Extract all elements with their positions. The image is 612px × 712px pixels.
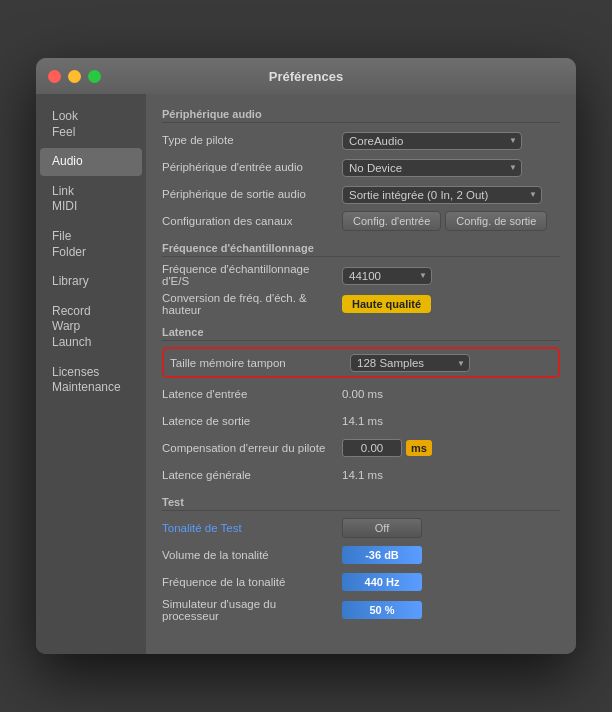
btn-input-config[interactable]: Config. d'entrée — [342, 211, 441, 231]
value-input-latency: 0.00 ms — [342, 388, 383, 400]
btn-test-tone-off[interactable]: Off — [342, 518, 422, 538]
ms-badge: ms — [406, 440, 432, 456]
label-output-latency: Latence de sortie — [162, 415, 342, 427]
section-header-latency: Latence — [162, 326, 560, 341]
section-header-audio-peripheral: Périphérique audio — [162, 108, 560, 123]
maximize-button[interactable] — [88, 70, 101, 83]
row-error-compensation: Compensation d'erreur du pilote ms — [162, 437, 560, 459]
select-wrapper-input-device: No Device — [342, 158, 522, 177]
sidebar-item-audio[interactable]: Audio — [40, 148, 142, 176]
row-input-latency: Latence d'entrée 0.00 ms — [162, 383, 560, 405]
select-wrapper-output-device: Sortie intégrée (0 In, 2 Out) — [342, 185, 542, 204]
row-output-device: Périphérique de sortie audio Sortie inté… — [162, 183, 560, 205]
label-channel-config: Configuration des canaux — [162, 215, 342, 227]
select-wrapper-sample-rate: 44100 — [342, 266, 432, 285]
row-input-device: Périphérique d'entrée audio No Device — [162, 156, 560, 178]
section-header-sampling: Fréquence d'échantillonnage — [162, 242, 560, 257]
select-driver-type[interactable]: CoreAudio — [342, 132, 522, 150]
label-conversion: Conversion de fréq. d'éch. & hauteur — [162, 292, 342, 316]
value-output-latency: 14.1 ms — [342, 415, 383, 427]
label-error-compensation: Compensation d'erreur du pilote — [162, 442, 342, 454]
label-buffer-size: Taille mémoire tampon — [170, 357, 350, 369]
row-output-latency: Latence de sortie 14.1 ms — [162, 410, 560, 432]
label-tone-volume: Volume de la tonalité — [162, 549, 342, 561]
bar-cpu-simulator[interactable]: 50 % — [342, 601, 422, 619]
label-input-latency: Latence d'entrée — [162, 388, 342, 400]
label-general-latency: Latence générale — [162, 469, 342, 481]
label-sample-rate: Fréquence d'échantillonnage d'E/S — [162, 263, 342, 287]
titlebar: Préférences — [36, 58, 576, 94]
row-sample-rate: Fréquence d'échantillonnage d'E/S 44100 — [162, 263, 560, 287]
row-test-tone: Tonalité de Test Off — [162, 517, 560, 539]
row-tone-volume: Volume de la tonalité -36 dB — [162, 544, 560, 566]
row-buffer-size: Taille mémoire tampon 128 Samples — [162, 347, 560, 378]
select-sample-rate[interactable]: 44100 — [342, 267, 432, 285]
select-input-device[interactable]: No Device — [342, 159, 522, 177]
window-content: LookFeel Audio LinkMIDI FileFolder Libra… — [36, 94, 576, 654]
row-general-latency: Latence générale 14.1 ms — [162, 464, 560, 486]
label-output-device: Périphérique de sortie audio — [162, 188, 342, 200]
label-tone-frequency: Fréquence de la tonalité — [162, 576, 342, 588]
sidebar-item-link-midi[interactable]: LinkMIDI — [40, 178, 142, 221]
sidebar-item-record-warp-launch[interactable]: RecordWarpLaunch — [40, 298, 142, 357]
btn-output-config[interactable]: Config. de sortie — [445, 211, 547, 231]
traffic-lights — [48, 70, 101, 83]
row-cpu-simulator: Simulateur d'usage du processeur 50 % — [162, 598, 560, 622]
minimize-button[interactable] — [68, 70, 81, 83]
label-test-tone: Tonalité de Test — [162, 522, 342, 534]
main-content: Périphérique audio Type de pilote CoreAu… — [146, 94, 576, 654]
row-conversion: Conversion de fréq. d'éch. & hauteur Hau… — [162, 292, 560, 316]
select-wrapper-buffer-size: 128 Samples — [350, 353, 470, 372]
select-output-device[interactable]: Sortie intégrée (0 In, 2 Out) — [342, 186, 542, 204]
bar-tone-volume[interactable]: -36 dB — [342, 546, 422, 564]
section-header-test: Test — [162, 496, 560, 511]
select-wrapper-driver-type: CoreAudio — [342, 131, 522, 150]
label-cpu-simulator: Simulateur d'usage du processeur — [162, 598, 342, 622]
window-title: Préférences — [269, 69, 343, 84]
label-input-device: Périphérique d'entrée audio — [162, 161, 342, 173]
row-channel-config: Configuration des canaux Config. d'entré… — [162, 210, 560, 232]
close-button[interactable] — [48, 70, 61, 83]
sidebar-item-licenses-maintenance[interactable]: LicensesMaintenance — [40, 359, 142, 402]
value-general-latency: 14.1 ms — [342, 469, 383, 481]
select-buffer-size[interactable]: 128 Samples — [350, 354, 470, 372]
label-driver-type: Type de pilote — [162, 134, 342, 146]
input-error-compensation[interactable] — [342, 439, 402, 457]
sidebar-item-file-folder[interactable]: FileFolder — [40, 223, 142, 266]
row-tone-frequency: Fréquence de la tonalité 440 Hz — [162, 571, 560, 593]
bar-tone-frequency[interactable]: 440 Hz — [342, 573, 422, 591]
preferences-window: Préférences LookFeel Audio LinkMIDI File… — [36, 58, 576, 654]
row-driver-type: Type de pilote CoreAudio — [162, 129, 560, 151]
sidebar-item-library[interactable]: Library — [40, 268, 142, 296]
sidebar-item-look-feel[interactable]: LookFeel — [40, 103, 142, 146]
btn-high-quality[interactable]: Haute qualité — [342, 295, 431, 313]
sidebar: LookFeel Audio LinkMIDI FileFolder Libra… — [36, 94, 146, 654]
